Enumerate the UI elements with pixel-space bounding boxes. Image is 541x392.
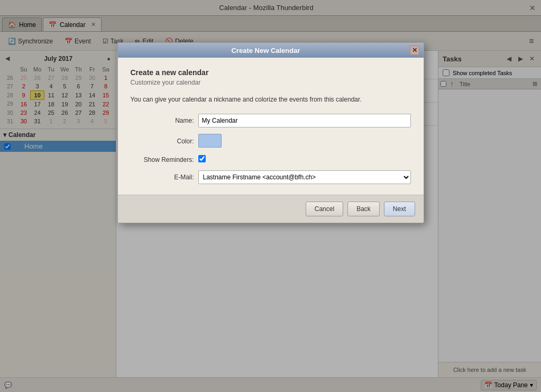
color-label: Color: (131, 138, 194, 145)
dialog-body: Create a new calendar Customize your cal… (118, 58, 424, 195)
email-select[interactable]: Lastname Firstname <account@bfh.ch> (198, 170, 411, 184)
dialog-description: You can give your calendar a nickname an… (131, 95, 411, 104)
name-input[interactable] (198, 114, 411, 127)
dialog-close-button[interactable]: ✕ (410, 45, 419, 55)
create-calendar-dialog: Create New Calendar ✕ Create a new calen… (117, 42, 424, 223)
dialog-title: Create New Calendar (122, 47, 410, 54)
cancel-button[interactable]: Cancel (306, 202, 343, 216)
back-button[interactable]: Back (347, 202, 380, 216)
color-picker-button[interactable] (198, 134, 411, 149)
dialog-subheading: Customize your calendar (131, 79, 411, 86)
dialog-title-bar: Create New Calendar ✕ (118, 43, 424, 58)
show-reminders-label: Show Reminders: (131, 156, 194, 163)
email-label: E-Mail: (131, 174, 194, 181)
dialog-footer: Cancel Back Next (118, 195, 424, 223)
show-reminders-checkbox[interactable] (198, 155, 206, 162)
modal-overlay: Create New Calendar ✕ Create a new calen… (0, 0, 541, 392)
color-swatch[interactable] (198, 134, 222, 148)
name-label: Name: (131, 117, 194, 124)
dialog-heading: Create a new calendar (131, 68, 411, 77)
show-reminders-container (198, 155, 411, 164)
dialog-form: Name: Color: Show Reminders: E-Mail: Las… (131, 114, 411, 184)
next-button[interactable]: Next (384, 202, 415, 216)
